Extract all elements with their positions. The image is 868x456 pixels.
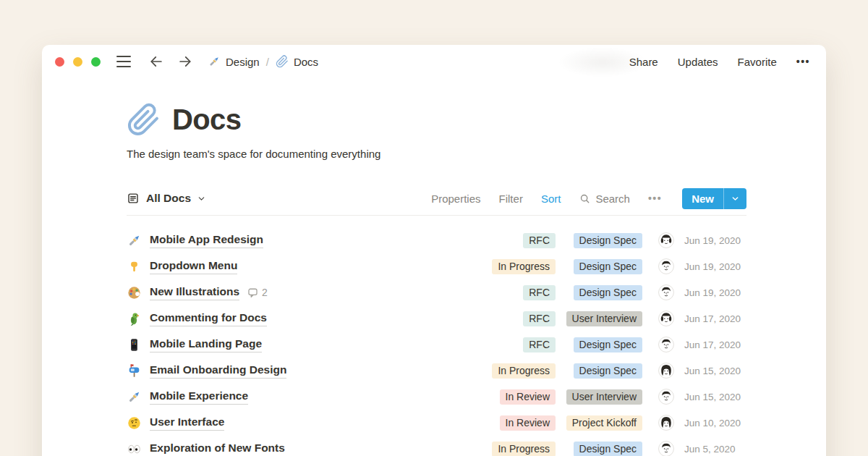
doc-type-tag[interactable]: Design Spec xyxy=(574,442,642,456)
new-button-label[interactable]: New xyxy=(682,188,723,209)
doc-type-tag[interactable]: User Interview xyxy=(566,311,642,326)
table-row[interactable]: Exploration of New FontsIn ProgressDesig… xyxy=(127,436,746,456)
doc-type-cell: Design Spec xyxy=(556,259,642,274)
table-row[interactable]: Email Onboarding DesignIn ProgressDesign… xyxy=(127,358,746,384)
new-button[interactable]: New xyxy=(682,188,746,209)
status-tag[interactable]: In Review xyxy=(500,415,556,431)
table-row[interactable]: Mobile ExperienceIn ReviewUser Interview… xyxy=(127,384,746,410)
doc-type-cell: Design Spec xyxy=(556,285,642,300)
avatar-woman-headphones xyxy=(658,232,674,248)
doc-type-cell: Design Spec xyxy=(556,337,642,352)
doc-type-cell: Design Spec xyxy=(556,363,642,379)
avatar-woman-dark-hair xyxy=(658,363,674,379)
paintbrush-icon xyxy=(127,233,142,248)
row-date: Jun 5, 2020 xyxy=(684,444,746,455)
highlight-smudge xyxy=(559,48,646,77)
status-tag[interactable]: RFC xyxy=(523,337,556,352)
status-cell: In Progress xyxy=(433,259,556,274)
new-button-caret[interactable] xyxy=(724,188,746,209)
doc-type-tag[interactable]: Design Spec xyxy=(574,363,642,379)
row-date: Jun 19, 2020 xyxy=(684,287,746,298)
table-row[interactable]: Mobile Landing PageRFCDesign SpecJun 17,… xyxy=(127,332,746,358)
doc-type-tag[interactable]: Project Kickoff xyxy=(566,415,642,431)
table-row[interactable]: Dropdown MenuIn ProgressDesign SpecJun 1… xyxy=(127,253,746,279)
comment-bubble-icon xyxy=(247,287,259,299)
row-date: Jun 19, 2020 xyxy=(684,261,746,272)
table-row[interactable]: Mobile App RedesignRFCDesign SpecJun 19,… xyxy=(127,227,746,253)
avatar-woman-dark-hair xyxy=(658,415,674,431)
window-close-button[interactable] xyxy=(55,57,64,67)
paintbrush-icon xyxy=(208,55,221,68)
status-cell: In Review xyxy=(433,389,556,405)
view-label: All Docs xyxy=(146,192,191,205)
breadcrumb-item-design[interactable]: Design xyxy=(208,55,260,68)
chevron-down-icon xyxy=(197,195,205,203)
window-zoom-button[interactable] xyxy=(91,57,101,67)
status-tag[interactable]: RFC xyxy=(523,311,556,326)
face-raised-eyebrow-icon xyxy=(127,415,142,431)
breadcrumb-item-docs[interactable]: Docs xyxy=(276,55,318,68)
doc-title-link[interactable]: Email Onboarding Design xyxy=(150,363,286,379)
search-button[interactable]: Search xyxy=(579,193,630,205)
more-options-button[interactable]: ••• xyxy=(796,56,810,67)
doc-title-link[interactable]: New Illustrations xyxy=(150,285,239,300)
view-toolbar: All Docs Properties Filter Sort Search •… xyxy=(127,187,746,209)
status-cell: In Progress xyxy=(433,442,556,456)
doc-title-link[interactable]: Commenting for Docs xyxy=(150,311,267,326)
status-cell: RFC xyxy=(433,233,556,248)
doc-type-tag[interactable]: User Interview xyxy=(566,389,642,405)
search-label: Search xyxy=(595,193,630,205)
page-icon-paperclip[interactable] xyxy=(127,103,161,137)
row-date: Jun 19, 2020 xyxy=(684,235,746,246)
avatar-man xyxy=(658,389,674,405)
view-switcher[interactable]: All Docs xyxy=(127,192,205,205)
search-icon xyxy=(579,193,591,205)
back-arrow-icon[interactable] xyxy=(148,54,164,69)
parrot-icon xyxy=(127,311,142,326)
doc-type-cell: User Interview xyxy=(556,389,642,405)
status-tag[interactable]: In Progress xyxy=(492,259,556,274)
filter-button[interactable]: Filter xyxy=(499,193,523,205)
doc-type-tag[interactable]: Design Spec xyxy=(574,233,642,248)
sort-button[interactable]: Sort xyxy=(541,193,561,205)
status-cell: RFC xyxy=(433,337,556,352)
menu-icon[interactable] xyxy=(116,56,131,67)
row-date: Jun 10, 2020 xyxy=(684,418,746,428)
status-tag[interactable]: In Progress xyxy=(492,363,556,379)
doc-title-link[interactable]: Dropdown Menu xyxy=(150,259,237,274)
eyes-icon xyxy=(127,442,142,456)
chevron-down-icon xyxy=(731,195,739,203)
properties-button[interactable]: Properties xyxy=(431,193,480,205)
mobile-phone-icon xyxy=(127,337,142,352)
table-row[interactable]: Commenting for DocsRFCUser InterviewJun … xyxy=(127,305,746,332)
row-date: Jun 17, 2020 xyxy=(684,313,746,324)
doc-title-link[interactable]: Exploration of New Fonts xyxy=(150,442,285,456)
avatar-man xyxy=(658,258,674,274)
doc-title-link[interactable]: Mobile App Redesign xyxy=(150,233,263,248)
table-row[interactable]: New Illustrations2RFCDesign SpecJun 19, … xyxy=(127,279,746,305)
favorite-button[interactable]: Favorite xyxy=(738,56,777,68)
doc-type-tag[interactable]: Design Spec xyxy=(574,285,642,300)
status-tag[interactable]: RFC xyxy=(523,233,556,248)
point-down-icon xyxy=(127,259,142,274)
comment-count[interactable]: 2 xyxy=(247,287,268,299)
table-row[interactable]: User InterfaceIn ReviewProject KickoffJu… xyxy=(127,410,746,436)
page-title: Docs xyxy=(172,104,241,136)
avatar-man xyxy=(658,284,674,300)
status-tag[interactable]: In Review xyxy=(500,389,556,405)
status-tag[interactable]: RFC xyxy=(523,285,556,300)
breadcrumb-label: Design xyxy=(226,56,260,68)
comment-count-value: 2 xyxy=(262,287,268,298)
doc-type-tag[interactable]: Design Spec xyxy=(574,337,642,352)
doc-title-link[interactable]: Mobile Experience xyxy=(150,389,248,405)
updates-button[interactable]: Updates xyxy=(678,56,718,68)
window-minimize-button[interactable] xyxy=(73,57,82,67)
doc-type-cell: Design Spec xyxy=(556,442,642,456)
forward-arrow-icon[interactable] xyxy=(177,54,193,69)
doc-type-tag[interactable]: Design Spec xyxy=(574,259,642,274)
doc-type-cell: Project Kickoff xyxy=(556,415,642,431)
status-tag[interactable]: In Progress xyxy=(492,442,556,456)
doc-title-link[interactable]: User Interface xyxy=(150,415,224,431)
doc-title-link[interactable]: Mobile Landing Page xyxy=(150,337,262,352)
toolbar-more-button[interactable]: ••• xyxy=(648,193,662,204)
